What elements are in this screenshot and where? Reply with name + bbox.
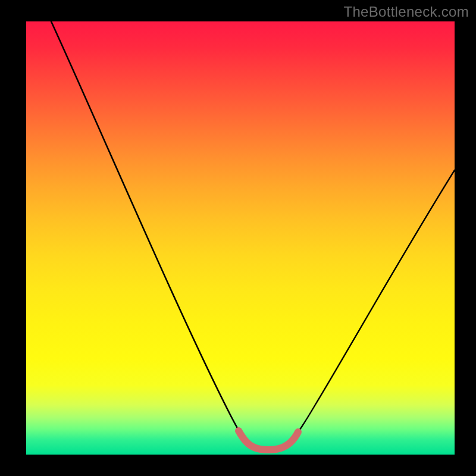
- bottleneck-curve: [26, 21, 455, 455]
- curve-right-branch: [292, 170, 455, 440]
- watermark-text: TheBottleneck.com: [343, 4, 469, 20]
- curve-valley-highlight: [239, 431, 298, 450]
- chart-frame: TheBottleneck.com: [0, 0, 476, 476]
- curve-left-branch: [51, 21, 245, 440]
- plot-area: [26, 21, 455, 455]
